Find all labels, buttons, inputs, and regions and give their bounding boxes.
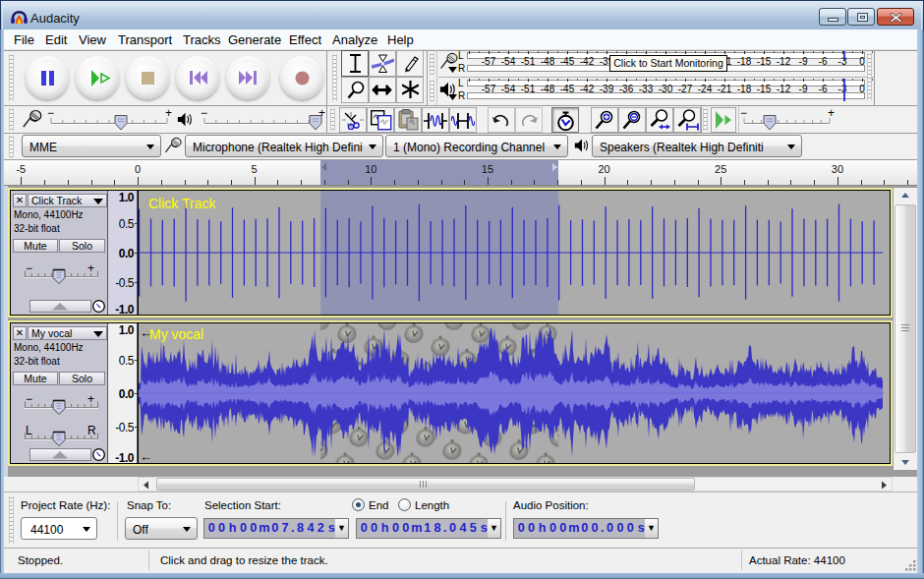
svg-text:5: 5 bbox=[252, 163, 258, 175]
svg-text:15: 15 bbox=[482, 163, 493, 175]
svg-text:20: 20 bbox=[598, 163, 609, 175]
svg-text:30: 30 bbox=[832, 163, 843, 175]
svg-text:+: + bbox=[828, 108, 835, 120]
svg-text:-5: -5 bbox=[16, 163, 26, 175]
svg-text:+: + bbox=[165, 108, 172, 120]
svg-text:10: 10 bbox=[365, 163, 376, 175]
svg-text:25: 25 bbox=[715, 163, 726, 175]
svg-text:0: 0 bbox=[135, 163, 141, 175]
